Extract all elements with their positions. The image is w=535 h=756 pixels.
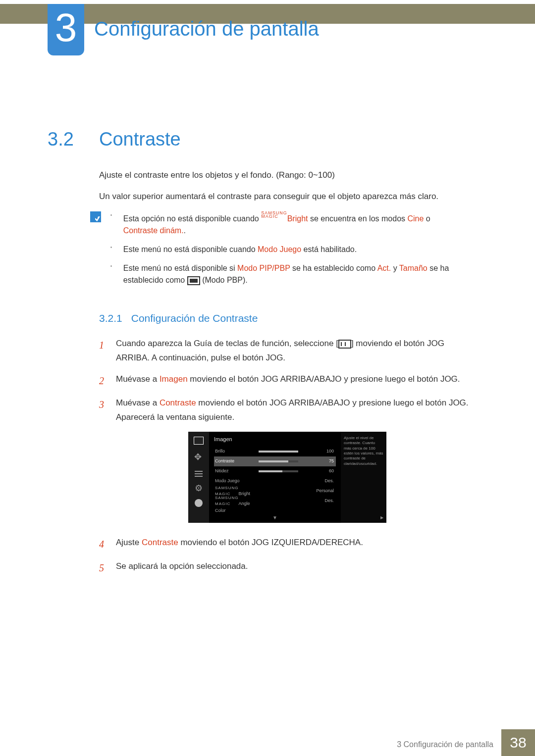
- body-content: Ajuste el contraste entre los objetos y …: [99, 169, 476, 583]
- step-4: 4 Ajuste Contraste moviendo el botón JOG…: [99, 536, 476, 553]
- osd-row: Nitidez60: [214, 466, 336, 476]
- note-icon: [90, 211, 101, 222]
- osd-nav-move-icon: [193, 452, 204, 462]
- osd-title: Imagen: [214, 436, 336, 444]
- chapter-title: Configuración de pantalla: [94, 18, 319, 40]
- menu-key-icon: [338, 340, 351, 349]
- footer-chapter-ref: 3 Configuración de pantalla: [397, 740, 493, 749]
- osd-row: SAMSUNGMAGICAngleDes.: [214, 496, 336, 506]
- step-1: 1 Cuando aparezca la Guía de teclas de f…: [99, 337, 476, 365]
- step-2: 2 Muévase a Imagen moviendo el botón JOG…: [99, 372, 476, 389]
- subsection-heading: 3.2.1Configuración de Contraste: [99, 311, 476, 326]
- note-item-3: Este menú no está disponible si Modo PIP…: [110, 262, 457, 286]
- step-3: 3 Muévase a Contraste moviendo el botón …: [99, 396, 476, 425]
- osd-help-panel: Ajuste el nivel de contraste. Cuanto más…: [341, 432, 386, 523]
- osd-nav-settings-icon: [194, 484, 204, 492]
- osd-row: Modo JuegoDes.: [214, 476, 336, 486]
- page-footer: 3 Configuración de pantalla 38: [0, 729, 535, 756]
- osd-nav-list-icon: [194, 469, 204, 477]
- osd-sidebar: [188, 432, 209, 523]
- pbp-mode-icon: [187, 276, 200, 285]
- intro-p2: Un valor superior aumentará el contraste…: [99, 191, 476, 203]
- step-5: 5 Se aplicará la opción seleccionada.: [99, 559, 476, 576]
- intro-p1: Ajuste el contraste entre los objetos y …: [99, 169, 476, 182]
- section-title: Contraste: [99, 129, 181, 150]
- osd-nav-image-icon: [194, 437, 204, 445]
- osd-row: Contraste75: [214, 456, 336, 466]
- osd-row: Brillo100: [214, 447, 336, 456]
- osd-scroll-down-icon: ▼: [272, 514, 277, 522]
- osd-main-panel: Imagen Brillo100Contraste75Nitidez60Modo…: [209, 432, 341, 523]
- osd-row: SAMSUNGMAGICBrightPersonal: [214, 486, 336, 496]
- note-item-1: Esta opción no está disponible cuando SA…: [110, 211, 457, 237]
- chapter-number-badge: 3: [48, 4, 84, 55]
- note-item-2: Este menú no está disponible cuando Modo…: [110, 244, 457, 255]
- osd-arrow-right-icon: ▶: [380, 515, 383, 520]
- note-block: Esta opción no está disponible cuando SA…: [90, 211, 476, 293]
- section-number: 3.2: [48, 129, 74, 150]
- page-number: 38: [501, 729, 535, 756]
- osd-screenshot: Imagen Brillo100Contraste75Nitidez60Modo…: [188, 432, 386, 523]
- osd-nav-info-icon: [195, 499, 203, 507]
